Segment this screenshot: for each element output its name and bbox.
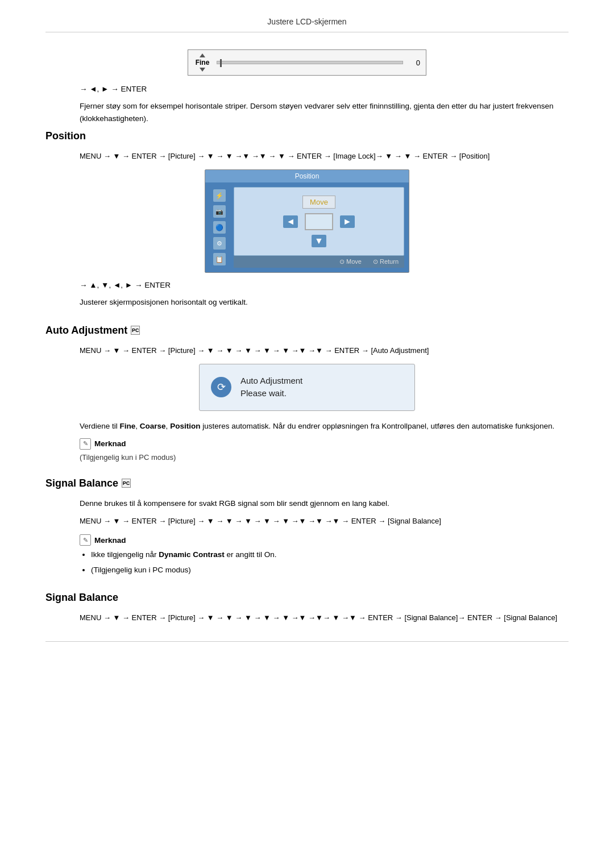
position-content: ⚡ 📷 🔵 ⚙ 📋 Move ◄ ► (205, 182, 409, 272)
position-title-bar: Position (205, 170, 409, 182)
auto-adjustment-title: Auto Adjustment PC (45, 325, 569, 337)
signal-balance-note-box: ✎ Merknad (80, 534, 569, 546)
position-main: Move ◄ ► ▼ (234, 187, 404, 256)
auto-adjustment-section: Auto Adjustment PC MENU → ▼ → ENTER → [P… (45, 325, 569, 462)
pos-return-label: ⊙ Return (373, 258, 399, 265)
fine-description: Fjerner støy som for eksempel horisontal… (80, 100, 569, 124)
slider-bar (217, 61, 403, 64)
position-main-col: Move ◄ ► ▼ ⊙ Move ⊙ Return (234, 187, 404, 268)
position-sidebar: ⚡ 📷 🔵 ⚙ 📋 (210, 187, 229, 268)
position-section-title: Position (45, 130, 569, 142)
pos-center-box (305, 213, 333, 230)
page-title: Justere LCD-skjermen (267, 17, 346, 26)
pos-arrow-right: ► (340, 215, 355, 228)
signal-balance-section: Signal Balance PC Denne brukes til å kom… (45, 477, 569, 576)
pos-icon-2: 📷 (213, 205, 226, 218)
auto-adj-text: Auto Adjustment Please wait. (240, 375, 302, 400)
pos-bottom-bar: ⊙ Move ⊙ Return (234, 256, 404, 268)
auto-adj-line2: Please wait. (240, 387, 302, 400)
bullet-item-2: (Tilgjengelig kun i PC modus) (91, 564, 569, 576)
signal-balance-sub-title: Signal Balance (45, 592, 569, 604)
page-header: Justere LCD-skjermen (45, 17, 569, 32)
fine-label: Fine (196, 59, 210, 67)
slider-thumb (220, 59, 222, 67)
slider-value: 0 (409, 59, 420, 67)
bullet-item-1: Ikke tilgjengelig når Dynamic Contrast e… (91, 549, 569, 560)
signal-note-icon: ✎ (80, 534, 91, 546)
pos-arrow-left: ◄ (283, 215, 298, 228)
auto-adj-pc-icon: PC (131, 326, 140, 335)
fine-slider-box: Fine 0 (188, 49, 426, 76)
signal-balance-nav-path: MENU → ▼ → ENTER → [Picture] → ▼ → ▼ → ▼… (80, 515, 569, 528)
pos-move-label: ⊙ Move (339, 258, 362, 265)
signal-balance-description: Denne brukes til å kompensere for svakt … (80, 497, 569, 510)
triangle-down-icon (200, 68, 205, 72)
position-instruction: → ▲, ▼, ◄, ► → ENTER (80, 281, 569, 289)
signal-balance-sub-nav-path: MENU → ▼ → ENTER → [Picture] → ▼ → ▼ → ▼… (80, 612, 569, 624)
auto-adj-spinner-icon: ⟳ (211, 377, 231, 397)
fine-instruction: → ◄, ► → ENTER (80, 85, 569, 93)
signal-balance-pc-icon: PC (122, 479, 131, 488)
triangle-up-icon (200, 53, 205, 57)
pos-icon-4: ⚙ (213, 237, 226, 250)
signal-balance-sub-section: Signal Balance MENU → ▼ → ENTER → [Pictu… (45, 592, 569, 624)
page-footer (45, 641, 569, 646)
pos-icon-5: 📋 (213, 253, 226, 265)
auto-adj-nav-path: MENU → ▼ → ENTER → [Picture] → ▼ → ▼ → ▼… (80, 344, 569, 357)
fine-label-col: Fine (194, 53, 211, 72)
signal-balance-bullet-list: Ikke tilgjengelig når Dynamic Contrast e… (91, 549, 569, 576)
auto-adj-line1: Auto Adjustment (240, 375, 302, 388)
position-screenshot: Position ⚡ 📷 🔵 ⚙ 📋 Move ◄ (205, 169, 409, 273)
auto-adj-note-label: Merknad (94, 439, 126, 448)
auto-adj-note-text: (Tilgjengelig kun i PC modus) (80, 453, 569, 462)
note-icon: ✎ (80, 438, 91, 450)
position-section: Position MENU → ▼ → ENTER → [Picture] → … (45, 130, 569, 309)
auto-adj-description: Verdiene til Fine, Coarse, Position just… (80, 420, 569, 433)
signal-balance-note-label: Merknad (94, 536, 126, 545)
auto-adj-note-box: ✎ Merknad (80, 438, 569, 450)
signal-balance-title: Signal Balance PC (45, 477, 569, 489)
pos-arrows: Move ◄ ► ▼ (283, 196, 355, 247)
pos-icon-1: ⚡ (213, 189, 226, 202)
position-nav-path: MENU → ▼ → ENTER → [Picture] → ▼ → ▼ →▼ … (80, 150, 569, 163)
auto-adj-box: ⟳ Auto Adjustment Please wait. (199, 364, 415, 411)
pos-arrow-down: ▼ (312, 235, 326, 247)
position-description: Justerer skjermposisjonen horisontalt og… (80, 296, 569, 309)
pos-icon-3: 🔵 (213, 221, 226, 234)
pos-arrows-row: ◄ ► (283, 213, 355, 230)
